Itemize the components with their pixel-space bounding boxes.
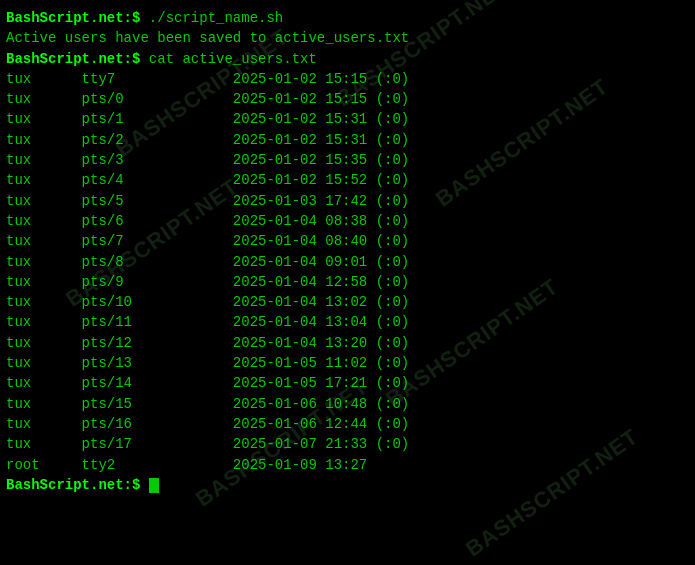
row-1: tux tty7 2025-01-02 15:15 (:0) <box>6 69 689 89</box>
row-2: tux pts/0 2025-01-02 15:15 (:0) <box>6 89 689 109</box>
prompt-1: BashScript.net:$ <box>6 10 140 26</box>
row-16: tux pts/14 2025-01-05 17:21 (:0) <box>6 373 689 393</box>
terminal-cursor <box>149 478 159 493</box>
row-17: tux pts/15 2025-01-06 10:48 (:0) <box>6 394 689 414</box>
row-4: tux pts/2 2025-01-02 15:31 (:0) <box>6 130 689 150</box>
row-5: tux pts/3 2025-01-02 15:35 (:0) <box>6 150 689 170</box>
row-12: tux pts/10 2025-01-04 13:02 (:0) <box>6 292 689 312</box>
row-20: root tty2 2025-01-09 13:27 <box>6 455 689 475</box>
row-6: tux pts/4 2025-01-02 15:52 (:0) <box>6 170 689 190</box>
row-11: tux pts/9 2025-01-04 12:58 (:0) <box>6 272 689 292</box>
row-19: tux pts/17 2025-01-07 21:33 (:0) <box>6 434 689 454</box>
prompt-2: BashScript.net:$ <box>6 51 140 67</box>
prompt-final: BashScript.net:$ <box>6 477 140 493</box>
terminal-line-1: BashScript.net:$ ./script_name.sh <box>6 8 689 28</box>
row-10: tux pts/8 2025-01-04 09:01 (:0) <box>6 252 689 272</box>
row-15: tux pts/13 2025-01-05 11:02 (:0) <box>6 353 689 373</box>
row-13: tux pts/11 2025-01-04 13:04 (:0) <box>6 312 689 332</box>
terminal: BashScript.net:$ ./script_name.sh Active… <box>0 0 695 565</box>
row-7: tux pts/5 2025-01-03 17:42 (:0) <box>6 191 689 211</box>
row-14: tux pts/12 2025-01-04 13:20 (:0) <box>6 333 689 353</box>
row-3: tux pts/1 2025-01-02 15:31 (:0) <box>6 109 689 129</box>
output-1: Active users have been saved to active_u… <box>6 30 409 46</box>
cmd-2: cat active_users.txt <box>140 51 316 67</box>
row-8: tux pts/6 2025-01-04 08:38 (:0) <box>6 211 689 231</box>
terminal-line-2: Active users have been saved to active_u… <box>6 28 689 48</box>
cmd-1: ./script_name.sh <box>140 10 283 26</box>
row-18: tux pts/16 2025-01-06 12:44 (:0) <box>6 414 689 434</box>
row-9: tux pts/7 2025-01-04 08:40 (:0) <box>6 231 689 251</box>
terminal-final-prompt: BashScript.net:$ <box>6 475 689 495</box>
terminal-line-3: BashScript.net:$ cat active_users.txt <box>6 49 689 69</box>
